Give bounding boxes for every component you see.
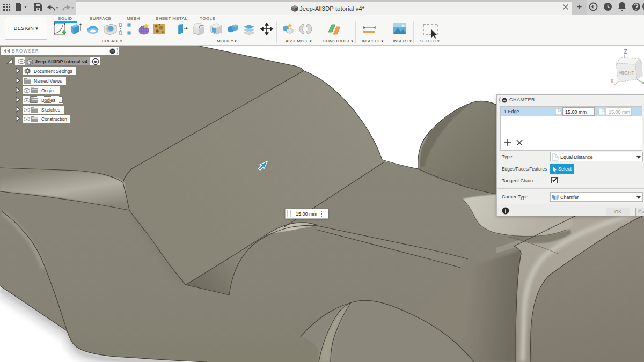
svg-text:X: X bbox=[610, 78, 614, 84]
svg-text:Z: Z bbox=[624, 48, 627, 55]
svg-text:RIGHT: RIGHT bbox=[619, 70, 635, 76]
